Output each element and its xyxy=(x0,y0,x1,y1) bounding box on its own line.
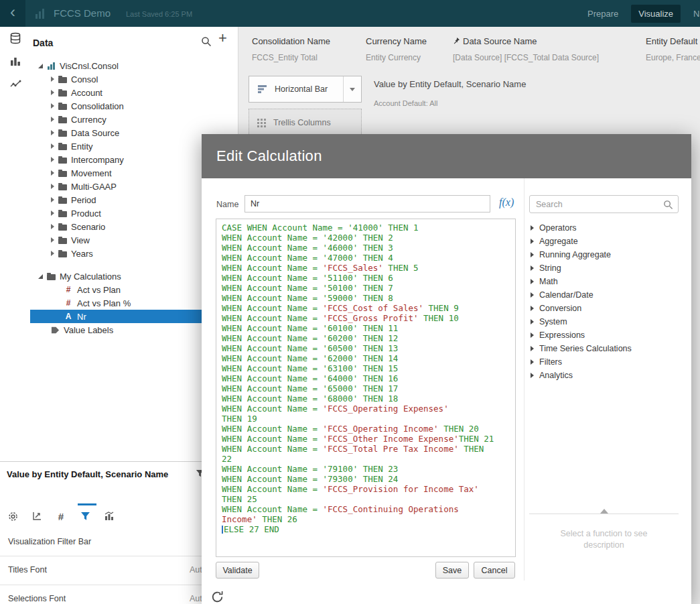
expand-icon[interactable] xyxy=(51,224,54,229)
function-category-analytics[interactable]: Analytics xyxy=(529,369,679,382)
grammar-field-consolidation-name[interactable]: Consolidation NameFCCS_Entity Total xyxy=(252,36,330,62)
function-category-math[interactable]: Math xyxy=(529,275,679,288)
folder-label: Years xyxy=(71,249,93,259)
grammar-field-currency-name[interactable]: Currency NameEntity Currency xyxy=(366,36,427,62)
code-line: WHEN Account Name = 'FCCS_Other Income E… xyxy=(222,434,510,444)
visualizations-panel-tab[interactable] xyxy=(0,50,30,72)
expression-editor[interactable]: CASE WHEN Account Name = '41000' THEN 1W… xyxy=(216,219,516,557)
tree-folder-consolidation[interactable]: Consolidation xyxy=(30,99,238,113)
folder-label: Scenario xyxy=(71,222,105,232)
expand-icon[interactable] xyxy=(51,197,54,202)
expand-icon[interactable] xyxy=(531,279,534,284)
expand-icon[interactable] xyxy=(51,184,54,189)
expand-icon[interactable] xyxy=(531,225,534,231)
last-saved-text: Last Saved 6:25 PM xyxy=(126,0,192,27)
panel-divider xyxy=(524,178,524,581)
expand-icon[interactable] xyxy=(531,306,534,311)
tab-general[interactable] xyxy=(5,509,20,524)
tree-folder-account[interactable]: Account xyxy=(30,86,238,99)
tab-axes[interactable] xyxy=(29,509,44,524)
collapse-icon[interactable] xyxy=(38,64,43,68)
nav-visualize[interactable]: Visualize xyxy=(631,5,681,23)
category-label: Analytics xyxy=(539,371,573,380)
tab-analytics[interactable] xyxy=(102,509,117,524)
grammar-field-label: Entity Default xyxy=(646,36,700,46)
expand-icon[interactable] xyxy=(51,76,54,82)
data-panel-title: Data xyxy=(33,38,53,48)
grammar-field-entity-default[interactable]: Entity DefaultEurope, France xyxy=(646,36,700,62)
folder-icon xyxy=(58,251,67,257)
tree-folder-consol[interactable]: Consol xyxy=(30,72,238,86)
grammar-field-value: FCCS_Entity Total xyxy=(252,53,330,62)
expand-icon[interactable] xyxy=(531,292,534,298)
fx-button[interactable]: f(x) xyxy=(499,196,514,208)
expand-icon[interactable] xyxy=(51,117,54,122)
nav-prepare[interactable]: Prepare xyxy=(580,5,626,23)
expand-icon[interactable] xyxy=(51,251,54,256)
expand-icon[interactable] xyxy=(531,239,534,244)
collapse-icon[interactable] xyxy=(38,274,43,279)
expand-icon[interactable] xyxy=(531,265,534,271)
function-category-expressions[interactable]: Expressions xyxy=(529,328,679,342)
trend-line-icon xyxy=(9,78,21,90)
function-category-aggregate[interactable]: Aggregate xyxy=(529,235,679,248)
expand-icon[interactable] xyxy=(531,319,534,324)
folder-icon xyxy=(58,171,67,177)
expand-icon[interactable] xyxy=(51,170,54,176)
function-category-operators[interactable]: Operators xyxy=(529,221,679,235)
expand-icon[interactable] xyxy=(51,237,54,243)
tree-root-viscnsl-consol[interactable]: VisCnsl.Consol xyxy=(30,59,238,72)
code-line: WHEN Account Name = 'FCCS_Sales' THEN 5 xyxy=(222,263,510,273)
property-label: Selections Font xyxy=(8,594,66,603)
cancel-button[interactable]: Cancel xyxy=(474,562,515,579)
function-category-system[interactable]: System xyxy=(529,315,679,328)
analyze-icon xyxy=(104,511,115,522)
grammar-field-data-source-name[interactable]: Data Source Name[Data Source] [FCCS_Tota… xyxy=(453,36,599,62)
folder-label: Currency xyxy=(71,115,107,125)
code-line: WHEN Account Name = '64000' THEN 16 xyxy=(222,373,510,383)
function-category-time-series-calculations[interactable]: Time Series Calculations xyxy=(529,342,679,355)
back-button[interactable]: ‹ xyxy=(0,0,25,27)
save-button[interactable]: Save xyxy=(435,562,469,579)
expand-icon[interactable] xyxy=(51,210,54,216)
tab-filters[interactable] xyxy=(78,509,92,524)
expand-icon[interactable] xyxy=(531,346,534,351)
function-category-running-aggregate[interactable]: Running Aggregate xyxy=(529,248,679,261)
function-category-conversion[interactable]: Conversion xyxy=(529,302,679,315)
code-line: WHEN Account Name = 'FCCS_Continuing Ope… xyxy=(222,504,510,514)
name-input[interactable] xyxy=(244,195,490,213)
category-label: Aggregate xyxy=(539,237,578,246)
expand-icon[interactable] xyxy=(51,90,54,95)
description-splitter[interactable] xyxy=(529,514,679,514)
expand-icon[interactable] xyxy=(531,359,534,365)
nav-narrate[interactable]: Narrate xyxy=(686,5,700,23)
filter-icon xyxy=(80,511,90,522)
expand-icon[interactable] xyxy=(531,333,534,338)
function-category-calendar-date[interactable]: Calendar/Date xyxy=(529,288,679,302)
search-icon[interactable] xyxy=(201,36,212,47)
dropdown-chevron-icon[interactable] xyxy=(343,76,361,102)
horizontal-bar-icon xyxy=(257,84,268,94)
analytics-panel-tab[interactable] xyxy=(0,72,30,95)
function-category-filters[interactable]: Filters xyxy=(529,355,679,369)
validate-button[interactable]: Validate xyxy=(216,562,259,579)
category-label: Expressions xyxy=(539,330,585,340)
expand-icon[interactable] xyxy=(531,373,534,378)
tab-values[interactable]: # xyxy=(54,509,68,524)
function-search-input[interactable] xyxy=(530,196,678,213)
tree-folder-currency[interactable]: Currency xyxy=(30,113,238,126)
expand-icon[interactable] xyxy=(51,157,54,162)
expand-icon[interactable] xyxy=(531,252,534,257)
expand-icon[interactable] xyxy=(51,130,54,135)
expand-icon[interactable] xyxy=(51,103,54,109)
refresh-icon[interactable] xyxy=(210,590,224,604)
expand-icon[interactable] xyxy=(51,143,54,149)
function-category-string[interactable]: String xyxy=(529,261,679,275)
dataset-icon xyxy=(47,62,56,70)
trellis-columns-dropzone[interactable]: Trellis Columns xyxy=(249,109,362,137)
data-panel-tab[interactable] xyxy=(0,27,30,50)
pin-icon[interactable] xyxy=(453,36,460,46)
collapse-up-icon[interactable] xyxy=(600,509,608,514)
add-data-icon[interactable]: + xyxy=(218,29,227,47)
viz-type-selector[interactable]: Horizontal Bar xyxy=(249,76,362,103)
